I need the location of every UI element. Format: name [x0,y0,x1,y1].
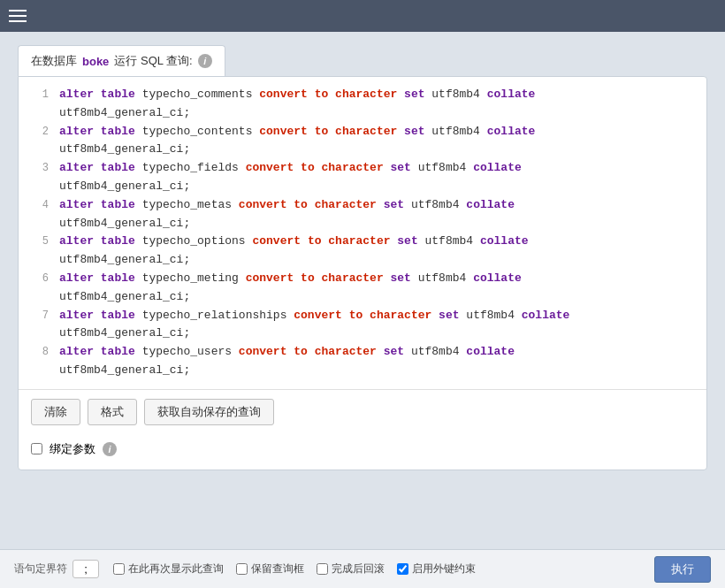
line-number: 8 [27,343,49,361]
bind-params-label[interactable]: 绑定参数 [50,441,95,457]
rollback-label: 完成后回滚 [332,561,385,577]
line-number: 5 [27,233,49,250]
sql-editor-container: 1alter table typecho_comments convert to… [18,76,707,470]
clear-button[interactable]: 清除 [31,399,80,425]
show-again-label: 在此再次显示此查询 [128,561,224,577]
code-content: alter table typecho_users convert to cha… [59,343,698,380]
option-keep-query[interactable]: 保留查询框 [236,561,304,577]
line-number: 3 [27,159,49,177]
bind-params-checkbox[interactable] [31,443,42,454]
table-row: 4alter table typecho_metas convert to ch… [19,196,706,233]
bottom-bar: 语句定界符 在此再次显示此查询 保留查询框 完成后回滚 启用外键约束 执行 [0,549,725,588]
bind-params-info-icon[interactable]: i [103,442,117,456]
autosave-button[interactable]: 获取自动保存的查询 [144,399,274,425]
format-button[interactable]: 格式 [88,399,137,425]
line-number: 1 [27,86,49,103]
db-header: 在数据库 boke 运行 SQL 查询: i [18,45,225,76]
db-header-prefix: 在数据库 [31,53,77,69]
foreign-key-checkbox[interactable] [397,563,408,575]
table-row: 6alter table typecho_meting convert to c… [19,270,706,307]
menu-icon[interactable] [9,10,27,22]
sql-toolbar: 清除 格式 获取自动保存的查询 [19,389,706,434]
table-row: 1alter table typecho_comments convert to… [19,86,706,123]
code-content: alter table typecho_relationships conver… [59,307,698,344]
code-content: alter table typecho_contents convert to … [59,123,698,160]
delimiter-input[interactable] [72,560,99,578]
db-header-suffix: 运行 SQL 查询: [114,53,192,69]
line-number: 2 [27,123,49,141]
rollback-checkbox[interactable] [317,563,328,575]
execute-button[interactable]: 执行 [654,556,711,583]
top-bar [0,0,725,32]
code-content: alter table typecho_comments convert to … [59,86,698,123]
code-editor[interactable]: 1alter table typecho_comments convert to… [19,77,706,389]
bind-params-row: 绑定参数 i [19,434,706,470]
line-number: 6 [27,270,49,287]
line-number: 7 [27,307,49,325]
keep-query-checkbox[interactable] [236,563,248,575]
table-row: 5alter table typecho_options convert to … [19,233,706,270]
option-rollback[interactable]: 完成后回滚 [317,561,385,577]
db-name: boke [82,55,109,68]
code-content: alter table typecho_metas convert to cha… [59,196,698,233]
table-row: 2alter table typecho_contents convert to… [19,123,706,160]
code-content: alter table typecho_fields convert to ch… [59,159,698,196]
foreign-key-label: 启用外键约束 [412,561,476,577]
table-row: 8alter table typecho_users convert to ch… [19,343,706,380]
delimiter-group: 语句定界符 [14,560,99,578]
option-show-again[interactable]: 在此再次显示此查询 [113,561,224,577]
options-group: 在此再次显示此查询 保留查询框 完成后回滚 启用外键约束 [113,561,640,577]
show-again-checkbox[interactable] [113,563,125,575]
table-row: 7alter table typecho_relationships conve… [19,307,706,344]
main-content: 在数据库 boke 运行 SQL 查询: i 1alter table type… [0,32,725,484]
delimiter-label: 语句定界符 [14,561,67,577]
line-number: 4 [27,196,49,214]
db-header-info-icon[interactable]: i [198,54,212,68]
table-row: 3alter table typecho_fields convert to c… [19,159,706,196]
code-content: alter table typecho_options convert to c… [59,233,698,270]
code-content: alter table typecho_meting convert to ch… [59,270,698,307]
keep-query-label: 保留查询框 [251,561,304,577]
option-foreign-key[interactable]: 启用外键约束 [397,561,476,577]
